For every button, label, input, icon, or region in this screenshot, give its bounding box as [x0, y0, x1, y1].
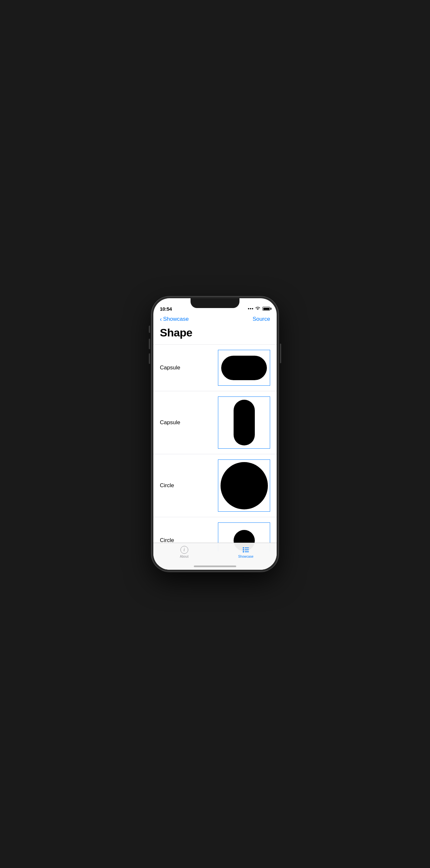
info-circle-icon: i — [180, 546, 188, 554]
source-button[interactable]: Source — [252, 316, 270, 322]
svg-rect-1 — [245, 548, 249, 548]
about-icon: i — [180, 546, 188, 554]
volume-up-button — [149, 339, 150, 349]
silent-button — [149, 326, 150, 333]
power-button — [280, 344, 281, 363]
wifi-icon — [255, 306, 260, 311]
battery-icon — [262, 307, 270, 311]
shape-label-circle-lg: Circle — [160, 482, 174, 489]
back-label: Showcase — [163, 316, 189, 322]
svg-point-4 — [243, 551, 244, 553]
phone-screen: 10:54 ‹ Sh — [153, 298, 277, 570]
tab-showcase-label: Showcase — [238, 555, 253, 558]
page-title: Shape — [153, 325, 277, 344]
back-button[interactable]: ‹ Showcase — [160, 316, 189, 322]
shape-preview-circle-lg — [218, 460, 270, 512]
shapes-list[interactable]: Capsule Capsule Circle — [153, 344, 277, 552]
home-indicator — [194, 565, 236, 567]
volume-down-button — [149, 353, 150, 364]
signal-icon — [248, 308, 253, 309]
shape-row-capsule-v: Capsule — [153, 391, 277, 454]
circle-lg-shape — [220, 462, 268, 509]
tab-about-label: About — [180, 555, 189, 558]
shape-row-circle-lg: Circle — [153, 454, 277, 517]
capsule-h-shape — [221, 356, 267, 380]
capsule-v-shape — [234, 400, 255, 445]
shape-preview-capsule-h — [218, 350, 270, 386]
svg-point-2 — [243, 549, 244, 551]
status-time: 10:54 — [160, 306, 172, 312]
tab-showcase[interactable]: Showcase — [215, 546, 277, 558]
chevron-left-icon: ‹ — [160, 316, 162, 322]
svg-rect-5 — [245, 552, 249, 552]
notch — [190, 298, 240, 308]
navigation-bar: ‹ Showcase Source — [153, 315, 277, 325]
shape-label-capsule-h: Capsule — [160, 365, 180, 371]
showcase-icon — [242, 546, 250, 554]
tab-about[interactable]: i About — [153, 546, 215, 558]
shape-row-capsule-h: Capsule — [153, 344, 277, 391]
shape-label-capsule-v: Capsule — [160, 419, 180, 426]
phone-frame: 10:54 ‹ Sh — [151, 296, 279, 572]
shape-preview-capsule-v — [218, 397, 270, 449]
svg-rect-3 — [245, 550, 249, 550]
svg-point-0 — [243, 547, 244, 549]
status-icons — [248, 306, 270, 311]
